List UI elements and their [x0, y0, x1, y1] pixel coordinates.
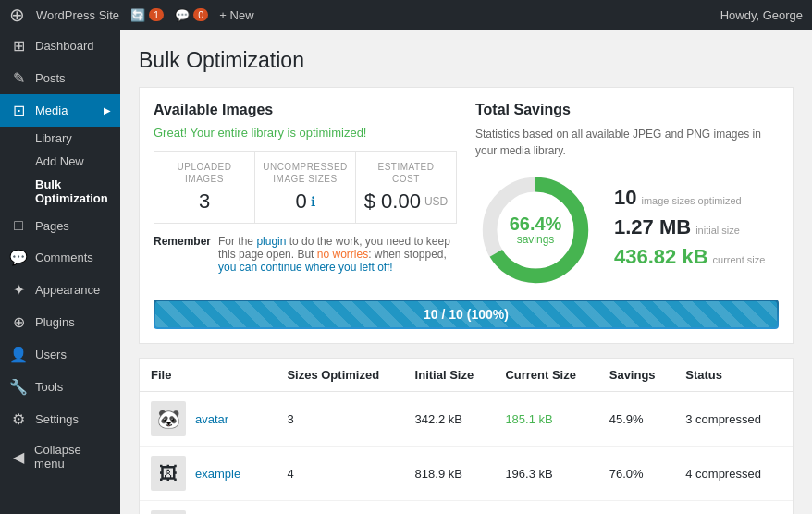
cell-savings-1: 76.0%	[598, 447, 675, 501]
cell-sizes-1: 4	[276, 447, 403, 501]
donut-percent: 66.4%	[510, 214, 562, 233]
cell-initial-0: 342.2 kB	[404, 392, 495, 447]
sidebar-item-posts[interactable]: ✎ Posts	[0, 62, 120, 94]
stat-current-value: 436.82 kB	[614, 245, 708, 269]
stat-cost-label: ESTIMATED COST	[363, 161, 449, 185]
cell-sizes-0: 3	[276, 392, 403, 447]
sidebar-item-plugins[interactable]: ⊕ Plugins	[0, 306, 120, 338]
collapse-icon: ◀	[9, 448, 27, 466]
sidebar-item-comments[interactable]: 💬 Comments	[0, 241, 120, 274]
top-card: Available Images Great! Your entire libr…	[139, 87, 794, 344]
cell-status-0: 3 compressed	[674, 392, 793, 447]
file-name-0[interactable]: avatar	[195, 412, 228, 426]
file-thumb-1: 🖼	[151, 456, 186, 491]
pages-icon: □	[9, 217, 28, 234]
sidebar-label-users: Users	[35, 348, 67, 361]
new-content-button[interactable]: + New	[219, 8, 253, 22]
updates-link[interactable]: 🔄 1	[130, 8, 164, 22]
file-name-1[interactable]: example	[195, 467, 240, 481]
savings-stat-current: 436.82 kB current size	[614, 245, 765, 269]
main-content: Bulk Optimization Available Images Great…	[120, 30, 812, 514]
total-savings-title: Total Savings	[475, 102, 779, 118]
tools-icon: 🔧	[9, 378, 28, 396]
appearance-icon: ✦	[9, 281, 28, 299]
cell-savings-2: 59.6%	[598, 501, 675, 515]
cell-file-1: 🖼 example	[140, 447, 276, 501]
sidebar-item-dashboard[interactable]: ⊞ Dashboard	[0, 30, 120, 62]
sidebar-item-users[interactable]: 👤 Users	[0, 338, 120, 371]
sidebar-label-dashboard: Dashboard	[35, 39, 94, 53]
col-status: Status	[674, 359, 793, 392]
stat-initial-label: initial size	[695, 225, 740, 236]
cell-current-2: 55.4 kB	[494, 501, 597, 515]
stat-cost-value: $ 0.00 USD	[363, 190, 449, 214]
file-thumb-2: 🔷	[151, 510, 186, 514]
donut-area: 66.4% savings 10 image sizes optimized 1…	[475, 170, 779, 290]
donut-sublabel: savings	[510, 233, 562, 246]
cell-current-0: 185.1 kB	[494, 392, 597, 447]
remember-label: Remember	[154, 235, 211, 274]
dashboard-icon: ⊞	[9, 37, 28, 55]
table-body: 🐼 avatar 3 342.2 kB 185.1 kB 45.9% 3 com…	[140, 392, 793, 515]
sidebar-item-collapse[interactable]: ◀ Collapse menu	[0, 435, 120, 478]
stat-uncompressed: UNCOMPRESSED IMAGE SIZES 0 ℹ	[255, 152, 356, 223]
table-card: File Sizes Optimized Initial Size Curren…	[139, 358, 794, 514]
page-title: Bulk Optimization	[139, 48, 794, 73]
sidebar-label-posts: Posts	[35, 71, 66, 85]
table-header: File Sizes Optimized Initial Size Curren…	[140, 359, 793, 392]
chevron-icon: ▶	[104, 105, 111, 116]
media-icon: ⊡	[9, 102, 28, 119]
main-layout: ⊞ Dashboard ✎ Posts ⊡ Media ▶ Library Ad…	[0, 30, 812, 514]
available-images-section: Available Images Great! Your entire libr…	[154, 102, 457, 290]
savings-stat-optimized: 10 image sizes optimized	[614, 186, 765, 210]
comments-link[interactable]: 💬 0	[175, 8, 208, 22]
cell-file-2: 🔷 wordpress	[140, 501, 276, 515]
stat-optimized-value: 10	[614, 186, 636, 210]
cell-initial-1: 818.9 kB	[404, 447, 495, 501]
sidebar-sub-add-new[interactable]: Add New	[0, 150, 120, 173]
settings-icon: ⚙	[9, 410, 28, 428]
continue-link[interactable]: you can continue where you left off!	[218, 261, 393, 274]
remember-row: Remember For the plugin to do the work, …	[154, 235, 457, 274]
sidebar-item-media[interactable]: ⊡ Media ▶	[0, 94, 120, 127]
sidebar-sub-bulk-optimization[interactable]: Bulk Optimization	[0, 173, 120, 210]
plugin-link[interactable]: plugin	[256, 235, 286, 248]
sidebar-item-pages[interactable]: □ Pages	[0, 210, 120, 241]
comments-icon: 💬	[9, 249, 28, 266]
stat-current-label: current size	[713, 254, 766, 265]
sidebar-label-appearance: Appearance	[35, 283, 100, 297]
files-table: File Sizes Optimized Initial Size Curren…	[140, 359, 793, 514]
sidebar-label-collapse: Collapse menu	[34, 443, 111, 471]
donut-chart: 66.4% savings	[475, 170, 596, 290]
sidebar-label-comments: Comments	[35, 251, 93, 264]
progress-bar: 10 / 10 (100%)	[155, 301, 777, 327]
sidebar-item-appearance[interactable]: ✦ Appearance	[0, 274, 120, 306]
col-current-size: Current Size	[494, 359, 597, 392]
sidebar-sub-library[interactable]: Library	[0, 127, 120, 150]
cell-current-1: 196.3 kB	[494, 447, 597, 501]
stats-row: UPLOADED IMAGES 3 UNCOMPRESSED IMAGE SIZ…	[154, 151, 457, 224]
stat-uncompressed-label: UNCOMPRESSED IMAGE SIZES	[263, 161, 348, 185]
sidebar-item-tools[interactable]: 🔧 Tools	[0, 371, 120, 403]
remember-text: For the plugin to do the work, you need …	[218, 235, 457, 274]
top-card-row: Available Images Great! Your entire libr…	[154, 102, 779, 290]
sidebar-label-tools: Tools	[35, 380, 63, 394]
sidebar-label-settings: Settings	[35, 412, 79, 426]
sidebar-label-media: Media	[35, 104, 68, 117]
savings-desc: Statistics based on all available JPEG a…	[475, 126, 779, 159]
table-row: 🔷 wordpress 3 137.2 kB 55.4 kB 59.6% No …	[140, 501, 793, 515]
col-sizes-optimized: Sizes Optimized	[276, 359, 403, 392]
cell-status-1: 4 compressed	[674, 447, 793, 501]
users-icon: 👤	[9, 346, 28, 363]
col-savings: Savings	[598, 359, 675, 392]
comments-count: 0	[193, 8, 208, 21]
stat-uploaded-label: UPLOADED IMAGES	[162, 161, 247, 185]
site-name-label: WordPress Site	[36, 8, 119, 22]
cell-file-0: 🐼 avatar	[140, 392, 276, 447]
col-initial-size: Initial Size	[404, 359, 495, 392]
site-name[interactable]: WordPress Site	[36, 8, 119, 22]
sidebar-item-settings[interactable]: ⚙ Settings	[0, 403, 120, 435]
stat-optimized-label: image sizes optimized	[641, 195, 741, 206]
info-icon[interactable]: ℹ	[311, 194, 315, 209]
plugins-icon: ⊕	[9, 313, 28, 331]
